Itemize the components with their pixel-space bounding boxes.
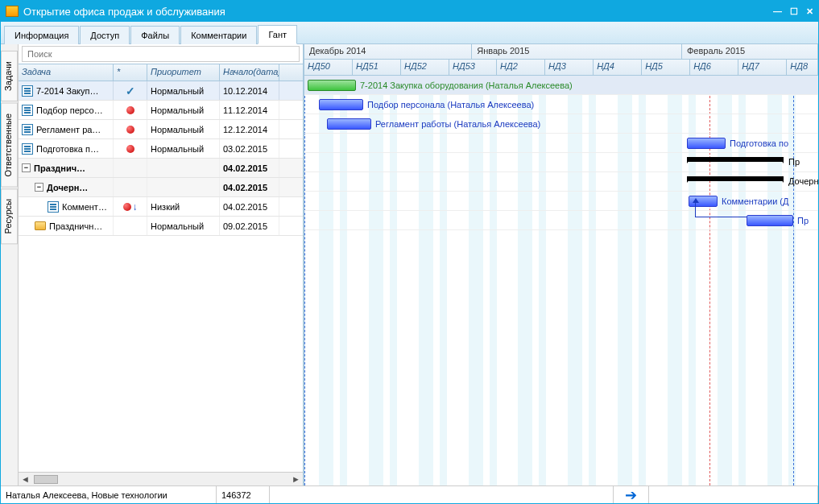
gantt-bar-label: Подбор персонала (Наталья Алексеева) <box>367 100 534 109</box>
grid-body: 7-2014 Закуп…✓Нормальный10.12.2014Подбор… <box>19 81 303 472</box>
week-header: НД53 <box>449 60 497 75</box>
app-icon <box>6 6 19 17</box>
minimize-button[interactable]: — <box>773 6 782 17</box>
grid-hscroll[interactable]: ◄ ► <box>19 472 303 485</box>
date-cell: 04.02.2015 <box>220 197 279 216</box>
priority-cell: Нормальный <box>147 120 220 138</box>
sidetab-tasks[interactable]: Задачи <box>1 51 18 101</box>
gantt-bar[interactable]: 7-2014 Закупка оборудования (Наталья Але… <box>308 80 356 91</box>
task-name: Празднич… <box>34 163 85 173</box>
gantt-bar[interactable]: Подбор персонала (Наталья Алексеева) <box>319 99 363 110</box>
sidetab-responsible[interactable]: Ответственные <box>1 103 18 188</box>
table-row[interactable]: Коммент…↓Низкий04.02.2015 <box>19 197 303 217</box>
priority-cell: Низкий <box>147 197 220 216</box>
gantt-months: Декабрь 2014Январь 2015Февраль 2015 <box>304 44 818 60</box>
gantt-bar[interactable]: Регламент работы (Наталья Алексеева) <box>327 118 371 130</box>
sidetab-resources[interactable]: Ресурсы <box>1 188 18 244</box>
gantt-bar[interactable]: Пр <box>747 215 793 226</box>
gantt-bar-label: Подготовка по <box>730 138 788 148</box>
task-name: Подбор персо… <box>36 105 103 115</box>
table-row[interactable]: Подбор персо…Нормальный11.12.2014 <box>19 101 303 120</box>
priority-cell <box>147 178 220 196</box>
check-icon: ✓ <box>126 85 135 97</box>
tab-files[interactable]: Файлы <box>130 26 180 44</box>
week-header: НД8 <box>787 60 818 75</box>
tabstrip: Информация Доступ Файлы Комментарии Гант <box>1 22 818 44</box>
document-icon <box>22 124 33 135</box>
week-header: НД2 <box>497 60 545 75</box>
search-input[interactable] <box>22 46 300 62</box>
gantt-weeks: НД50НД51НД52НД53НД2НД3НД4НД5НД6НД7НД8 <box>304 60 818 76</box>
task-name: Коммент… <box>62 202 107 212</box>
week-header: НД50 <box>304 60 353 75</box>
table-row[interactable]: −Празднич…04.02.2015 <box>19 159 303 178</box>
gantt-bar-label: Пр <box>788 157 800 167</box>
window-title: Открытие офиса продаж и обслуживания <box>23 6 773 18</box>
document-icon <box>22 85 33 97</box>
week-header: НД6 <box>690 60 738 75</box>
tab-gantt[interactable]: Гант <box>258 25 297 44</box>
task-name: Подготовка п… <box>36 144 99 154</box>
close-button[interactable]: ✕ <box>806 6 813 17</box>
status-dot-icon <box>126 126 134 134</box>
task-name: Дочерн… <box>47 183 88 192</box>
gantt-bar-label: 7-2014 Закупка оборудования (Наталья Але… <box>360 81 573 90</box>
week-header: НД4 <box>594 60 642 75</box>
table-row[interactable]: 7-2014 Закуп…✓Нормальный10.12.2014 <box>19 81 303 101</box>
week-header: НД52 <box>401 60 449 75</box>
month-header: Декабрь 2014 <box>304 44 472 59</box>
tree-toggle-icon[interactable]: − <box>22 163 31 172</box>
week-header: НД5 <box>642 60 690 75</box>
tab-access[interactable]: Доступ <box>80 26 130 44</box>
date-cell: 04.02.2015 <box>220 178 279 196</box>
status-number: 146372 <box>217 486 270 503</box>
month-header: Январь 2015 <box>472 44 682 59</box>
col-task[interactable]: Задача <box>19 64 114 81</box>
week-header: НД7 <box>738 60 787 75</box>
date-cell: 04.02.2015 <box>220 159 279 177</box>
date-cell: 03.02.2015 <box>220 139 279 158</box>
gantt-bar[interactable]: Подготовка по <box>687 138 726 149</box>
status-dot-icon <box>126 145 134 153</box>
task-name: Праздничн… <box>49 221 102 231</box>
col-star[interactable]: * <box>114 64 147 81</box>
grid-header: Задача * Приоритет Начало(дата) <box>19 64 303 81</box>
folder-icon <box>35 221 46 230</box>
priority-cell: Нормальный <box>147 217 220 235</box>
tab-info[interactable]: Информация <box>4 26 79 44</box>
table-row[interactable]: −Дочерн…04.02.2015 <box>19 178 303 197</box>
gantt-bar[interactable]: Дочерние задач <box>687 176 784 181</box>
priority-cell: Нормальный <box>147 139 220 158</box>
status-dot-icon <box>123 203 131 211</box>
titlebar: Открытие офиса продаж и обслуживания — ☐… <box>1 1 818 22</box>
arrow-down-icon: ↓ <box>133 201 138 213</box>
month-header: Февраль 2015 <box>682 44 818 59</box>
gantt-chart[interactable]: Декабрь 2014Январь 2015Февраль 2015 НД50… <box>304 44 818 485</box>
gantt-body: 7-2014 Закупка оборудования (Наталья Але… <box>304 76 818 485</box>
statusbar: Наталья Алексеева, Новые технологии 1463… <box>1 485 818 503</box>
priority-cell <box>147 159 220 177</box>
table-row[interactable]: Праздничн…Нормальный09.02.2015 <box>19 217 303 236</box>
sidetabs: Задачи Ответственные Ресурсы <box>1 44 19 485</box>
table-row[interactable]: Регламент ра…Нормальный12.12.2014 <box>19 120 303 139</box>
gantt-bar-label: Регламент работы (Наталья Алексеева) <box>375 119 540 129</box>
document-icon <box>22 143 33 155</box>
left-panel: Задача * Приоритет Начало(дата) 7-2014 З… <box>19 44 304 485</box>
task-name: Регламент ра… <box>36 125 101 134</box>
maximize-button[interactable]: ☐ <box>790 6 798 17</box>
status-user: Наталья Алексеева, Новые технологии <box>1 486 217 503</box>
col-start[interactable]: Начало(дата) <box>220 64 279 81</box>
date-cell: 11.12.2014 <box>220 101 279 119</box>
gantt-bar[interactable]: Пр <box>687 157 784 162</box>
tree-toggle-icon[interactable]: − <box>35 183 43 192</box>
table-row[interactable]: Подготовка п…Нормальный03.02.2015 <box>19 139 303 159</box>
col-priority[interactable]: Приоритет <box>147 64 220 81</box>
document-icon <box>22 105 33 116</box>
status-next-button[interactable]: ➔ <box>614 486 649 503</box>
window-controls: — ☐ ✕ <box>773 6 813 17</box>
week-header: НД3 <box>545 60 594 75</box>
status-spacer <box>270 486 614 503</box>
status-dot-icon <box>126 106 134 114</box>
week-header: НД51 <box>353 60 401 75</box>
tab-comments[interactable]: Комментарии <box>180 26 257 44</box>
